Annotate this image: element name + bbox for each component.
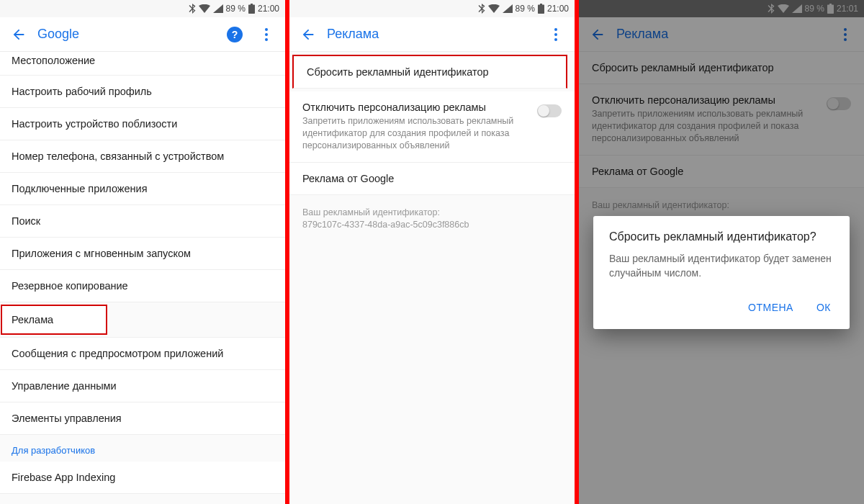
toggle-switch[interactable]: [537, 104, 562, 117]
wifi-icon: [199, 4, 210, 13]
footer-id-value: 879c107c-4337-48da-a9ac-5c09c3f886cb: [302, 219, 562, 232]
opt-out-personalization-item[interactable]: Отключить персонализацию рекламы Запрети…: [289, 91, 575, 163]
list-item[interactable]: Настроить рабочий профиль: [0, 76, 285, 108]
reset-ad-id-item[interactable]: Сбросить рекламный идентификатор: [292, 55, 567, 89]
signal-icon: [503, 4, 513, 13]
overflow-menu-button[interactable]: [253, 22, 279, 48]
reset-ad-id-dialog: Сбросить рекламный идентификатор? Ваш ре…: [593, 216, 850, 329]
list-item[interactable]: Элементы управления: [0, 402, 285, 435]
wifi-icon: [488, 4, 500, 13]
bluetooth-icon: [478, 4, 485, 14]
list-item[interactable]: Поиск: [0, 205, 285, 238]
clock-text: 21:00: [258, 4, 279, 14]
help-button[interactable]: ?: [222, 22, 248, 48]
pref-subtitle: Запретить приложениям использовать рекла…: [302, 115, 530, 152]
screen-google-settings: 89 % 21:00 Google ? Местоположение Настр…: [0, 0, 285, 504]
list-item[interactable]: Настроить устройство поблизости: [0, 108, 285, 140]
bluetooth-icon: [189, 4, 196, 14]
app-bar: Google ?: [0, 17, 285, 52]
list-item[interactable]: Firebase App Indexing: [0, 462, 285, 494]
section-header-developers: Для разработчиков: [0, 435, 285, 462]
pref-title: Сбросить рекламный идентификатор: [307, 66, 553, 78]
list-item-ads[interactable]: Реклама: [0, 304, 108, 336]
signal-icon: [213, 4, 223, 13]
screen-ads-reset-dialog: 89 % 21:01 Реклама Сбросить рекламный ид…: [579, 0, 864, 504]
list-item[interactable]: Управление данными: [0, 370, 285, 402]
screen-ads-settings: 89 % 21:00 Реклама Сбросить рекламный ид…: [289, 0, 575, 504]
back-button[interactable]: [6, 22, 32, 48]
more-vert-icon: [554, 27, 557, 42]
page-title: Google: [37, 27, 216, 42]
page-title: Реклама: [327, 27, 537, 42]
battery-icon: [538, 4, 544, 14]
overflow-menu-button[interactable]: [543, 22, 569, 48]
ad-id-footer: Ваш рекламный идентификатор: 879c107c-43…: [289, 195, 575, 243]
ads-by-google-item[interactable]: Реклама от Google: [289, 163, 575, 195]
battery-icon: [248, 4, 255, 14]
ads-prefs-list[interactable]: Сбросить рекламный идентификатор Отключи…: [289, 52, 575, 504]
app-bar: Реклама: [289, 17, 575, 52]
pref-title: Отключить персонализацию рекламы: [302, 102, 530, 113]
dialog-title: Сбросить рекламный идентификатор?: [609, 230, 834, 243]
settings-list[interactable]: Местоположение Настроить рабочий профиль…: [0, 52, 285, 504]
pref-title: Реклама от Google: [302, 173, 562, 184]
list-item[interactable]: Сообщения с предпросмотром приложений: [0, 337, 285, 370]
footer-label: Ваш рекламный идентификатор:: [302, 207, 562, 220]
dialog-actions: ОТМЕНА ОК: [609, 293, 834, 322]
arrow-left-icon: [300, 27, 316, 42]
question-icon: ?: [227, 27, 243, 42]
arrow-left-icon: [11, 27, 27, 42]
list-item[interactable]: Резервное копирование: [0, 270, 285, 302]
status-bar: 89 % 21:00: [0, 0, 285, 17]
cancel-button[interactable]: ОТМЕНА: [745, 297, 796, 318]
list-item[interactable]: Номер телефона, связанный с устройством: [0, 140, 285, 173]
dialog-message: Ваш рекламный идентификатор будет замене…: [609, 252, 834, 280]
battery-text: 89 %: [516, 4, 535, 14]
ok-button[interactable]: ОК: [814, 297, 834, 318]
battery-text: 89 %: [226, 4, 246, 14]
list-item[interactable]: Местоположение: [0, 52, 285, 76]
status-bar: 89 % 21:00: [289, 0, 575, 17]
more-vert-icon: [265, 27, 268, 42]
clock-text: 21:00: [547, 4, 569, 14]
back-button[interactable]: [295, 22, 321, 48]
list-item[interactable]: Приложения с мгновенным запуском: [0, 238, 285, 270]
list-item[interactable]: Подключенные приложения: [0, 173, 285, 205]
